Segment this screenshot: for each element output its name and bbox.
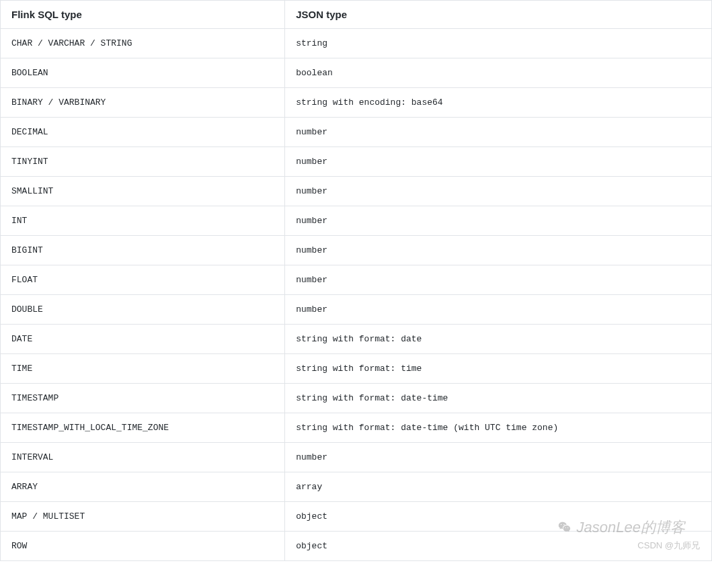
cell-flink-type: SMALLINT bbox=[1, 177, 285, 206]
cell-flink-type: INTERVAL bbox=[1, 443, 285, 472]
table-row: TINYINTnumber bbox=[1, 147, 712, 177]
cell-json-type: string with encoding: base64 bbox=[285, 88, 712, 118]
header-json-type: JSON type bbox=[285, 1, 712, 29]
table-row: DECIMALnumber bbox=[1, 118, 712, 147]
table-row: MAP / MULTISETobject bbox=[1, 502, 712, 532]
cell-flink-type: DATE bbox=[1, 325, 285, 354]
cell-json-type: string with format: time bbox=[285, 354, 712, 384]
table-row: BOOLEANboolean bbox=[1, 58, 712, 88]
cell-json-type: boolean bbox=[285, 58, 712, 88]
table-row: BIGINTnumber bbox=[1, 236, 712, 265]
cell-json-type: number bbox=[285, 147, 712, 177]
type-mapping-table: Flink SQL type JSON type CHAR / VARCHAR … bbox=[0, 0, 712, 561]
cell-json-type: number bbox=[285, 206, 712, 236]
cell-json-type: number bbox=[285, 118, 712, 147]
cell-flink-type: ROW bbox=[1, 532, 285, 561]
cell-flink-type: ARRAY bbox=[1, 472, 285, 502]
cell-json-type: string with format: date-time bbox=[285, 384, 712, 413]
table-row: SMALLINTnumber bbox=[1, 177, 712, 206]
header-flink-sql-type: Flink SQL type bbox=[1, 1, 285, 29]
table-row: TIMESTAMP_WITH_LOCAL_TIME_ZONEstring wit… bbox=[1, 413, 712, 443]
cell-flink-type: DECIMAL bbox=[1, 118, 285, 147]
cell-flink-type: FLOAT bbox=[1, 265, 285, 295]
table-row: DOUBLEnumber bbox=[1, 295, 712, 325]
cell-flink-type: TINYINT bbox=[1, 147, 285, 177]
cell-json-type: number bbox=[285, 295, 712, 325]
cell-json-type: number bbox=[285, 236, 712, 265]
cell-flink-type: TIMESTAMP bbox=[1, 384, 285, 413]
cell-flink-type: MAP / MULTISET bbox=[1, 502, 285, 532]
cell-json-type: string with format: date-time (with UTC … bbox=[285, 413, 712, 443]
cell-json-type: number bbox=[285, 265, 712, 295]
table-row: INTERVALnumber bbox=[1, 443, 712, 472]
table-row: ARRAYarray bbox=[1, 472, 712, 502]
table-row: DATEstring with format: date bbox=[1, 325, 712, 354]
table-body: CHAR / VARCHAR / STRINGstringBOOLEANbool… bbox=[1, 29, 712, 561]
table-row: CHAR / VARCHAR / STRINGstring bbox=[1, 29, 712, 58]
cell-json-type: string bbox=[285, 29, 712, 58]
cell-flink-type: DOUBLE bbox=[1, 295, 285, 325]
table-header-row: Flink SQL type JSON type bbox=[1, 1, 712, 29]
table-row: INTnumber bbox=[1, 206, 712, 236]
cell-flink-type: INT bbox=[1, 206, 285, 236]
cell-flink-type: BINARY / VARBINARY bbox=[1, 88, 285, 118]
cell-flink-type: TIME bbox=[1, 354, 285, 384]
table-row: ROWobject bbox=[1, 532, 712, 561]
cell-json-type: object bbox=[285, 502, 712, 532]
cell-flink-type: BOOLEAN bbox=[1, 58, 285, 88]
table-row: FLOATnumber bbox=[1, 265, 712, 295]
cell-json-type: number bbox=[285, 443, 712, 472]
table-row: BINARY / VARBINARYstring with encoding: … bbox=[1, 88, 712, 118]
cell-json-type: string with format: date bbox=[285, 325, 712, 354]
cell-flink-type: BIGINT bbox=[1, 236, 285, 265]
table-row: TIMEstring with format: time bbox=[1, 354, 712, 384]
cell-flink-type: TIMESTAMP_WITH_LOCAL_TIME_ZONE bbox=[1, 413, 285, 443]
cell-json-type: object bbox=[285, 532, 712, 561]
cell-json-type: array bbox=[285, 472, 712, 502]
cell-json-type: number bbox=[285, 177, 712, 206]
table-row: TIMESTAMPstring with format: date-time bbox=[1, 384, 712, 413]
cell-flink-type: CHAR / VARCHAR / STRING bbox=[1, 29, 285, 58]
